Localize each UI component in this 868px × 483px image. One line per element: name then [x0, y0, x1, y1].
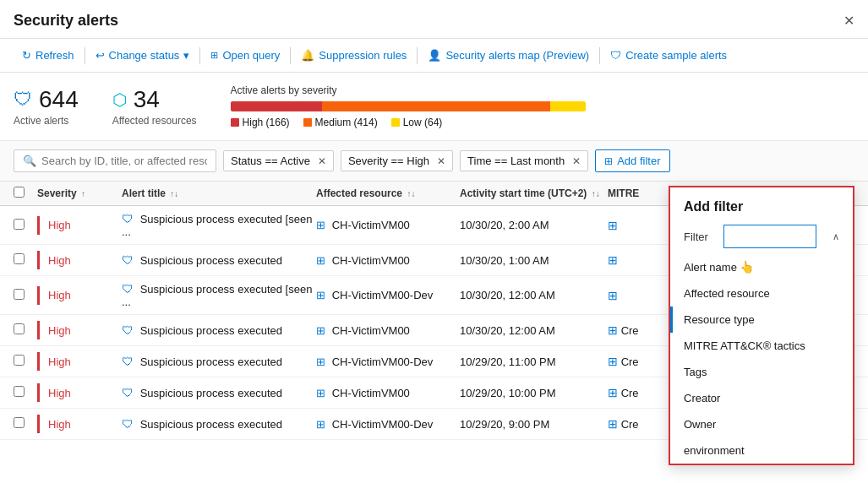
resource-cell: ⊞ CH-VictimVM00-Dev: [316, 355, 460, 368]
low-legend: Low (64): [391, 117, 443, 128]
change-status-icon: ↩: [96, 49, 105, 62]
dropdown-item-environment[interactable]: environment: [670, 437, 853, 464]
close-button[interactable]: ✕: [843, 13, 854, 29]
active-alerts-stat: 🛡 644 Active alerts: [14, 86, 79, 127]
stats-bar: 🛡 644 Active alerts ⬡ 34 Affected resour…: [0, 73, 868, 141]
row-checkbox[interactable]: [14, 386, 37, 399]
time-cell: 10/29/20, 10:00 PM: [460, 387, 608, 399]
col-alert-header[interactable]: Alert title ↑↓: [122, 187, 316, 199]
mitre-icon: ⊞: [608, 417, 618, 431]
dropdown-item-owner[interactable]: Owner: [670, 411, 853, 437]
mitre-icon: ⊞: [608, 355, 618, 368]
alerts-map-button[interactable]: 👤 Security alerts map (Preview): [419, 46, 598, 65]
resource-icon: ⊞: [316, 355, 325, 368]
dropdown-item-affected-resource[interactable]: Affected resource: [670, 280, 853, 307]
severity-cell: High: [37, 251, 122, 269]
col-resource-header[interactable]: Affected resource ↑↓: [316, 187, 460, 199]
severity-cell: High: [37, 352, 122, 371]
select-all-checkbox[interactable]: [14, 187, 37, 200]
row-checkbox[interactable]: [14, 253, 37, 267]
time-filter-remove[interactable]: ✕: [572, 155, 581, 167]
time-sort-icon: ↑↓: [592, 189, 600, 198]
mitre-icon: ⊞: [608, 386, 618, 399]
col-time-header[interactable]: Activity start time (UTC+2) ↑↓: [460, 187, 608, 199]
dropdown-item-alert-name[interactable]: Alert name 👆: [670, 253, 853, 280]
severity-cell: High: [37, 321, 122, 339]
chevron-down-icon: ▾: [183, 49, 189, 62]
mitre-cell: ⊞ Cre: [608, 417, 675, 431]
add-filter-icon: ⊞: [604, 155, 613, 167]
filter-bar: 🔍 Status == Active ✕ Severity == High ✕ …: [0, 141, 868, 182]
row-checkbox[interactable]: [14, 289, 37, 302]
open-query-icon: ⊞: [210, 50, 218, 61]
severity-indicator: [37, 321, 40, 339]
toolbar-separator-5: [599, 47, 600, 64]
resource-cell: ⊞ CH-VictimVM00-Dev: [316, 418, 460, 431]
resource-cell: ⊞ CH-VictimVM00: [316, 254, 460, 267]
severity-indicator: [37, 251, 40, 269]
add-filter-button[interactable]: ⊞ Add filter: [595, 149, 669, 172]
row-checkbox[interactable]: [14, 355, 37, 368]
high-bar: [231, 101, 322, 111]
row-checkbox[interactable]: [14, 219, 37, 232]
resource-icon: ⊞: [316, 324, 325, 337]
time-cell: 10/29/20, 11:00 PM: [460, 355, 608, 368]
alert-cell: 🛡 Suspicious process executed [seen ...: [122, 282, 316, 308]
dropdown-item-tags[interactable]: Tags: [670, 359, 853, 385]
refresh-button[interactable]: ↻ Refresh: [14, 46, 83, 65]
toolbar-separator: [85, 47, 85, 64]
high-dot: [231, 118, 239, 127]
row-checkbox[interactable]: [14, 323, 37, 337]
active-alerts-label: Active alerts: [14, 115, 79, 127]
severity-cell: High: [37, 383, 122, 402]
mitre-icon: ⊞: [608, 253, 618, 267]
time-cell: 10/29/20, 9:00 PM: [460, 418, 608, 431]
sample-alerts-button[interactable]: 🛡 Create sample alerts: [602, 46, 735, 65]
severity-indicator: [37, 383, 40, 402]
severity-cell: High: [37, 415, 122, 433]
dropdown-item-resource-type[interactable]: Resource type: [670, 307, 853, 333]
alert-icon: 🛡: [122, 417, 134, 431]
mitre-icon: ⊞: [608, 323, 618, 337]
open-query-button[interactable]: ⊞ Open query: [202, 46, 288, 65]
severity-cell: High: [37, 216, 122, 235]
toolbar: ↻ Refresh ↩ Change status ▾ ⊞ Open query…: [0, 39, 868, 73]
medium-dot: [303, 118, 312, 127]
resource-icon: ⊞: [316, 387, 325, 399]
mitre-icon: ⊞: [608, 289, 618, 302]
resource-cell: ⊞ CH-VictimVM00: [316, 324, 460, 337]
alert-icon: 🛡: [122, 253, 134, 267]
col-severity-header[interactable]: Severity ↑: [37, 187, 122, 199]
chevron-up-icon: ∧: [833, 231, 839, 242]
filter-dropdown-input[interactable]: [723, 225, 816, 248]
mitre-icon: ⊞: [608, 219, 618, 232]
status-filter-remove[interactable]: ✕: [318, 155, 326, 167]
search-box[interactable]: 🔍: [14, 149, 216, 172]
alert-cell: 🛡 Suspicious process executed [seen ...: [122, 212, 316, 238]
toolbar-separator-4: [417, 47, 418, 64]
filter-label-row: Filter ∧: [670, 220, 853, 253]
severity-filter-remove[interactable]: ✕: [437, 155, 445, 167]
dropdown-item-creator[interactable]: Creator: [670, 385, 853, 411]
suppression-icon: 🔔: [301, 49, 314, 62]
dropdown-item-mitre-tactics[interactable]: MITRE ATT&CK® tactics: [670, 333, 853, 359]
change-status-button[interactable]: ↩ Change status ▾: [87, 46, 199, 65]
suppression-rules-button[interactable]: 🔔 Suppression rules: [292, 46, 415, 65]
medium-bar: [322, 101, 550, 111]
time-filter-tag: Time == Last month ✕: [460, 150, 588, 171]
mitre-cell: ⊞: [608, 253, 675, 267]
dropdown-title: Add filter: [670, 187, 853, 220]
high-legend: High (166): [231, 117, 290, 128]
add-filter-dropdown: Add filter Filter ∧ Alert name 👆Affected…: [669, 186, 854, 465]
severity-indicator: [37, 286, 40, 305]
resource-cell: ⊞ CH-VictimVM00: [316, 219, 460, 231]
resource-icon: ⊞: [316, 418, 325, 431]
alert-icon: 🛡: [122, 282, 134, 296]
severity-cell: High: [37, 286, 122, 305]
alert-cell: 🛡 Suspicious process executed: [122, 323, 316, 337]
mitre-cell: ⊞ Cre: [608, 355, 675, 368]
alert-cell: 🛡 Suspicious process executed: [122, 355, 316, 368]
mitre-cell: ⊞ Cre: [608, 323, 675, 337]
search-input[interactable]: [41, 155, 207, 167]
row-checkbox[interactable]: [14, 417, 37, 431]
